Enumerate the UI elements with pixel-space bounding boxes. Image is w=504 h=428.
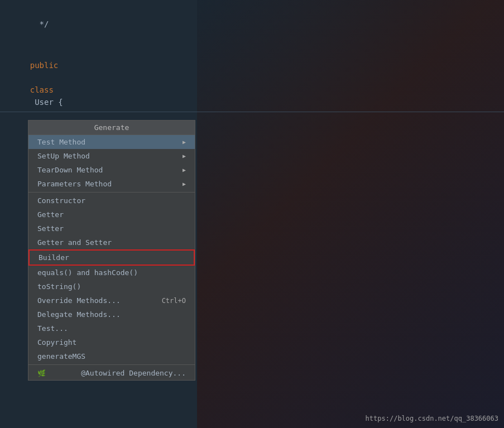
menu-item-label: Test... [37, 324, 68, 333]
menu-item-test[interactable]: Test... [28, 321, 195, 335]
url-label: https://blog.csdn.net/qq_38366063 [366, 415, 498, 422]
menu-item-label: Copyright [37, 338, 76, 347]
menu-item-label: Getter [37, 210, 64, 219]
menu-item-label: @Autowired Dependency... [81, 369, 186, 377]
menu-item-autowired[interactable]: 🌿 @Autowired Dependency... [28, 366, 195, 380]
menu-item-label: generateMGS [37, 352, 85, 360]
code-line-1: */ [11, 6, 493, 42]
leaf-icon: 🌿 [37, 369, 46, 377]
arrow-icon: ▶ [183, 153, 186, 159]
menu-item-label: Parameters Method [37, 180, 112, 188]
code-line-2: public class User { [11, 47, 493, 121]
arrow-icon: ▶ [183, 139, 186, 145]
menu-item-copyright[interactable]: Copyright [28, 335, 195, 349]
code-space [30, 73, 35, 82]
menu-item-override-methods[interactable]: Override Methods... Ctrl+O [28, 294, 195, 307]
menu-item-label: SetUp Method [37, 152, 90, 160]
menu-item-constructor[interactable]: Constructor [28, 194, 195, 208]
menu-item-label: Getter and Setter [37, 238, 112, 247]
menu-item-label: Constructor [37, 196, 85, 205]
code-keyword-class: class [30, 85, 54, 94]
menu-item-label: Delegate Methods... [37, 310, 121, 319]
menu-item-getter-setter[interactable]: Getter and Setter [28, 235, 195, 249]
arrow-icon: ▶ [183, 167, 186, 173]
code-keyword-public: public [30, 61, 59, 70]
menu-item-equals-hashcode[interactable]: equals() and hashCode() [28, 266, 195, 280]
menu-item-label: Test Method [37, 138, 85, 146]
menu-item-label: Setter [37, 224, 64, 233]
menu-item-parameters-method[interactable]: Parameters Method ▶ [28, 177, 195, 191]
arrow-icon: ▶ [183, 181, 186, 187]
menu-item-tostring[interactable]: toString() [28, 280, 195, 294]
menu-item-label: TearDown Method [37, 166, 103, 174]
code-text: */ [30, 20, 49, 28]
menu-item-test-method[interactable]: Test Method ▶ [28, 135, 195, 149]
menu-item-teardown-method[interactable]: TearDown Method ▶ [28, 163, 195, 177]
menu-item-label: Override Methods... [37, 296, 121, 305]
menu-item-generatemgs[interactable]: generateMGS [28, 349, 195, 363]
menu-header: Generate [28, 121, 195, 135]
menu-item-label: Builder [39, 253, 69, 262]
menu-item-builder[interactable]: Builder [28, 249, 195, 266]
menu-item-setup-method[interactable]: SetUp Method ▶ [28, 149, 195, 163]
menu-item-getter[interactable]: Getter [28, 208, 195, 222]
shortcut-label: Ctrl+O [162, 297, 186, 305]
menu-item-delegate-methods[interactable]: Delegate Methods... [28, 307, 195, 321]
horizontal-divider [0, 112, 504, 112]
context-menu: Generate Test Method ▶ SetUp Method ▶ Te… [28, 120, 195, 381]
code-classname: User { [30, 98, 63, 107]
menu-item-label: toString() [37, 282, 81, 291]
menu-item-setter[interactable]: Setter [28, 222, 195, 235]
menu-item-label: equals() and hashCode() [37, 268, 138, 277]
menu-separator-1 [28, 192, 195, 193]
menu-separator-2 [28, 364, 195, 365]
